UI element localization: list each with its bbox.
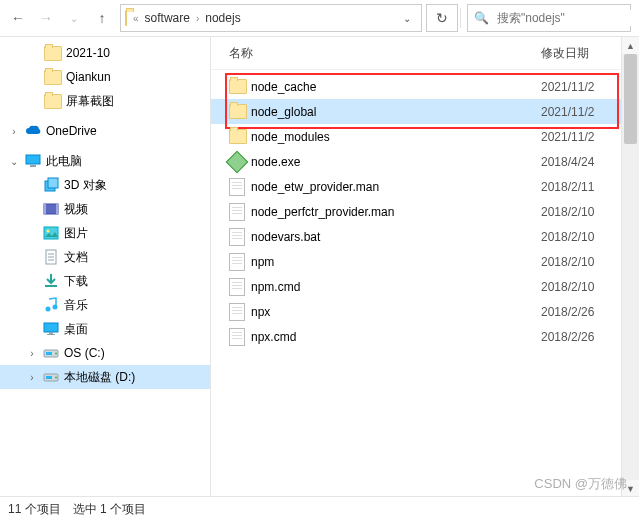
drive-icon [42,344,60,362]
search-icon: 🔍 [474,11,489,25]
tree-pc-item[interactable]: ›OS (C:) [0,341,210,365]
tree-pc-item[interactable]: 下载 [0,269,210,293]
breadcrumb-segment[interactable]: software [145,11,190,25]
downloads-icon [42,272,60,290]
file-icon [229,278,251,296]
folder-icon [44,68,62,86]
search-box[interactable]: 🔍 [467,4,631,32]
tree-item-label: 屏幕截图 [66,93,114,110]
svg-point-15 [53,305,58,310]
file-row[interactable]: npm.cmd2018/2/10 [211,274,621,299]
svg-rect-4 [44,204,58,214]
tree-pc-item[interactable]: 视频 [0,197,210,221]
svg-point-21 [55,353,57,355]
recent-dropdown[interactable]: ⌄ [60,4,88,32]
video-icon [42,200,60,218]
svg-rect-23 [46,376,52,379]
file-date: 2018/2/10 [541,230,621,244]
file-name: nodevars.bat [251,230,541,244]
status-selected: 选中 1 个项目 [73,501,146,518]
refresh-button[interactable]: ↻ [426,4,458,32]
status-bar: 11 个项目 选中 1 个项目 [0,496,639,521]
onedrive-icon [24,122,42,140]
folder-icon [125,11,127,25]
breadcrumb-segment[interactable]: nodejs [205,11,240,25]
folder-icon [44,44,62,62]
tree-recent-item[interactable]: 2021-10 [0,41,210,65]
file-name: npm [251,255,541,269]
file-row[interactable]: npx2018/2/26 [211,299,621,324]
watermark: CSDN @万德佛 [534,475,627,493]
file-date: 2018/2/10 [541,255,621,269]
tree-thispc[interactable]: ⌄此电脑 [0,149,210,173]
tree-item-label: OS (C:) [64,346,105,360]
search-input[interactable] [495,10,639,26]
tree-item-label: 音乐 [64,297,88,314]
scroll-thumb[interactable] [624,54,637,144]
svg-point-8 [47,230,50,233]
svg-rect-6 [56,204,58,214]
file-icon [229,303,251,321]
svg-rect-7 [44,227,58,239]
up-button[interactable]: ↑ [88,4,116,32]
tree-pc-item[interactable]: 3D 对象 [0,173,210,197]
file-icon [229,328,251,346]
column-headers[interactable]: 名称 修改日期 [211,37,621,70]
file-row[interactable]: node_etw_provider.man2018/2/11 [211,174,621,199]
3d-icon [42,176,60,194]
tree-item-label: 桌面 [64,321,88,338]
exe-icon [229,154,251,170]
scroll-track[interactable] [622,54,639,480]
file-name: node_cache [251,80,541,94]
tree-pc-item[interactable]: 图片 [0,221,210,245]
tree-recent-item[interactable]: 屏幕截图 [0,89,210,113]
tree-recent-item[interactable]: Qiankun [0,65,210,89]
tree-pc-item[interactable]: ›本地磁盘 (D:) [0,365,210,389]
svg-rect-17 [49,332,53,334]
file-row[interactable]: node.exe2018/4/24 [211,149,621,174]
file-row[interactable]: node_modules2021/11/2 [211,124,621,149]
tree-pc-item[interactable]: 文档 [0,245,210,269]
column-name[interactable]: 名称 [229,45,541,62]
file-row[interactable]: npx.cmd2018/2/26 [211,324,621,349]
svg-point-24 [55,377,57,379]
tree-pc-item[interactable]: 桌面 [0,317,210,341]
file-name: node_etw_provider.man [251,180,541,194]
tree-item-label: 文档 [64,249,88,266]
music-icon [42,296,60,314]
file-row[interactable]: node_perfctr_provider.man2018/2/10 [211,199,621,224]
folder-icon [44,92,62,110]
column-date[interactable]: 修改日期 [541,45,621,62]
svg-rect-3 [48,178,58,188]
file-icon [229,253,251,271]
nav-tree: 2021-10Qiankun屏幕截图›OneDrive⌄此电脑3D 对象视频图片… [0,37,211,497]
address-dropdown[interactable]: ⌄ [397,13,417,24]
file-name: node.exe [251,155,541,169]
tree-item-label: Qiankun [66,70,111,84]
svg-rect-1 [30,165,36,167]
documents-icon [42,248,60,266]
toolbar: ← → ⌄ ↑ « software › nodejs ⌄ ↻ 🔍 [0,0,639,37]
forward-button[interactable]: → [32,4,60,32]
file-date: 2021/11/2 [541,130,621,144]
drive-icon [42,368,60,386]
file-row[interactable]: node_global2021/11/2 [211,99,621,124]
tree-onedrive[interactable]: ›OneDrive [0,119,210,143]
file-row[interactable]: nodevars.bat2018/2/10 [211,224,621,249]
address-bar[interactable]: « software › nodejs ⌄ [120,4,422,32]
file-row[interactable]: npm2018/2/10 [211,249,621,274]
back-button[interactable]: ← [4,4,32,32]
separator [460,8,461,28]
tree-pc-item[interactable]: 音乐 [0,293,210,317]
tree-item-label: 2021-10 [66,46,110,60]
chevron-icon: « [133,13,139,24]
tree-item-label: OneDrive [46,124,97,138]
file-date: 2018/2/10 [541,280,621,294]
tree-item-label: 3D 对象 [64,177,107,194]
svg-rect-0 [26,155,40,164]
file-row[interactable]: node_cache2021/11/2 [211,74,621,99]
tree-item-label: 本地磁盘 (D:) [64,369,135,386]
scrollbar[interactable]: ▲ ▼ [621,37,639,497]
scroll-up-button[interactable]: ▲ [622,37,639,54]
file-date: 2018/2/26 [541,305,621,319]
